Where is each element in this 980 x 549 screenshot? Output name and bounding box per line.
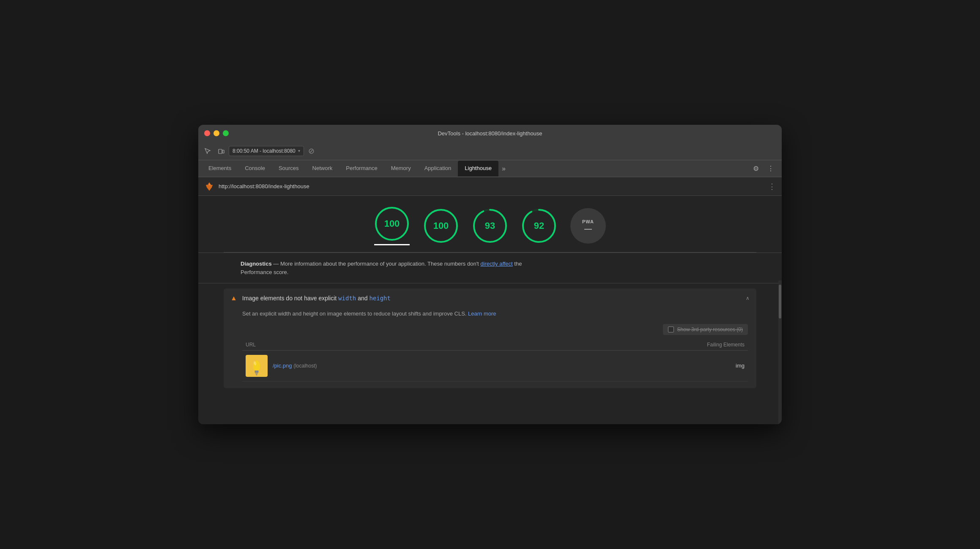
col-url: URL	[242, 339, 565, 351]
reload-icon[interactable]: ⊘	[306, 145, 318, 157]
settings-icon[interactable]: ⚙	[749, 160, 763, 177]
audit-table: URL Failing Elements	[242, 339, 748, 382]
svg-rect-0	[219, 149, 222, 154]
svg-rect-1	[222, 150, 224, 153]
devtools-window: DevTools - localhost:8080/index-lighthou…	[198, 125, 782, 424]
image-thumbnail	[246, 355, 268, 377]
table-row: /pic.png (localhost) img	[242, 350, 748, 381]
traffic-lights	[204, 130, 229, 136]
show-3rd-checkbox[interactable]	[668, 327, 674, 332]
score-92-value: 92	[534, 220, 544, 231]
score-100-b-value: 100	[433, 220, 449, 231]
diagnostics-text2: the	[514, 261, 522, 267]
failing-elements-cell: img	[565, 350, 748, 381]
maximize-button[interactable]	[223, 130, 229, 136]
scrollbar-track[interactable]	[778, 280, 782, 424]
diagnostics-body: More information about the performance o…	[280, 261, 479, 267]
resource-url[interactable]: /pic.png	[273, 362, 292, 369]
url-row: http://localhost:8080/index-lighthouse ⋮	[198, 177, 782, 196]
address-dropdown[interactable]: ▾	[298, 148, 300, 153]
tab-lighthouse[interactable]: Lighthouse	[458, 161, 498, 176]
diagnostics-title: Diagnostics	[241, 261, 272, 267]
more-options-icon[interactable]: ⋮	[763, 160, 778, 177]
lightbulb-icon	[247, 355, 266, 377]
show-3rd-label: Show 3rd-party resources (0)	[677, 327, 743, 332]
scrollbar-thumb[interactable]	[779, 285, 781, 318]
diagnostics-link[interactable]: directly affect	[480, 261, 512, 267]
col-failing: Failing Elements	[565, 339, 748, 351]
page-url: http://localhost:8080/index-lighthouse	[219, 183, 764, 189]
audit-section: ▲ Image elements do not have explicit wi…	[198, 288, 782, 388]
address-bar[interactable]: 8:00:50 AM - localhost:8080 ▾	[229, 146, 304, 156]
device-toggle-icon[interactable]	[215, 145, 227, 157]
score-underline	[374, 244, 410, 245]
score-93-value: 93	[485, 220, 495, 231]
tab-performance[interactable]: Performance	[339, 161, 384, 176]
audit-table-controls: Show 3rd-party resources (0)	[242, 324, 748, 335]
code-width: width	[338, 295, 356, 302]
close-button[interactable]	[204, 130, 210, 136]
main-content: 100 100	[198, 196, 782, 424]
score-100-a-value: 100	[384, 218, 400, 229]
lighthouse-logo-icon	[204, 181, 214, 192]
score-accessibility: 100	[423, 208, 459, 244]
tab-application[interactable]: Application	[418, 161, 458, 176]
url-more-icon[interactable]: ⋮	[768, 182, 776, 191]
tab-network[interactable]: Network	[306, 161, 339, 176]
more-tabs-icon[interactable]: »	[498, 161, 509, 177]
scores-row: 100 100	[198, 196, 782, 252]
audit-description: Set an explicit width and height on imag…	[242, 310, 748, 318]
title-bar: DevTools - localhost:8080/index-lighthou…	[198, 125, 782, 142]
window-title: DevTools - localhost:8080/index-lighthou…	[438, 130, 542, 137]
score-performance: 100	[374, 206, 410, 242]
tab-elements[interactable]: Elements	[202, 161, 238, 176]
score-best-practices: 93	[472, 208, 508, 244]
tab-memory[interactable]: Memory	[384, 161, 418, 176]
audit-title: Image elements do not have explicit widt…	[242, 295, 741, 302]
toolbar: 8:00:50 AM - localhost:8080 ▾ ⊘	[198, 142, 782, 160]
resource-host: (localhost)	[293, 363, 317, 369]
svg-line-17	[249, 363, 250, 364]
tabs-bar: Elements Console Sources Network Perform…	[198, 160, 782, 177]
diagnostics-section: Diagnostics — More information about the…	[198, 253, 782, 283]
inspect-icon[interactable]	[202, 145, 214, 157]
audit-chevron-icon[interactable]: ∧	[746, 295, 750, 301]
code-height: height	[369, 295, 391, 302]
diagnostics-dash: —	[273, 261, 280, 267]
minimize-button[interactable]	[214, 130, 219, 136]
score-pwa: PWA —	[570, 208, 606, 244]
audit-body: Set an explicit width and height on imag…	[224, 308, 756, 388]
tab-sources[interactable]: Sources	[272, 161, 306, 176]
url-cell: /pic.png (localhost)	[242, 350, 565, 381]
diagnostics-text: Diagnostics — More information about the…	[241, 260, 739, 276]
address-text: 8:00:50 AM - localhost:8080	[233, 148, 296, 154]
audit-warning-icon: ▲	[230, 294, 237, 302]
svg-line-19	[263, 363, 264, 364]
audit-header[interactable]: ▲ Image elements do not have explicit wi…	[224, 288, 756, 308]
learn-more-link[interactable]: Learn more	[468, 310, 496, 317]
audit-desc-text: Set an explicit width and height on imag…	[242, 310, 466, 317]
tab-console[interactable]: Console	[238, 161, 272, 176]
show-3rd-party-toggle[interactable]: Show 3rd-party resources (0)	[663, 324, 748, 335]
score-seo: 92	[521, 208, 557, 244]
audit-item-image-dimensions: ▲ Image elements do not have explicit wi…	[224, 288, 756, 388]
diagnostics-text3: Performance score.	[241, 269, 288, 275]
